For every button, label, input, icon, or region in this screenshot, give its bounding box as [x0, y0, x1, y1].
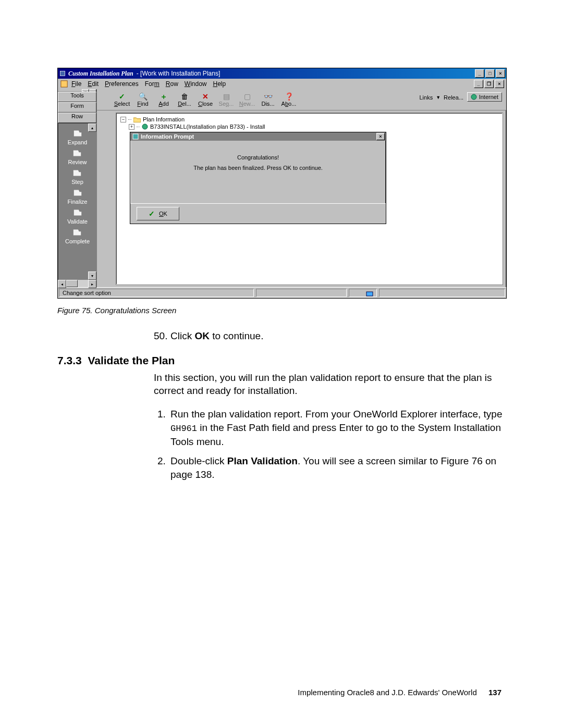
mdi-restore-button[interactable]: ❐	[484, 80, 494, 88]
sidebar-form-button[interactable]: Form	[58, 102, 96, 113]
step-icon	[71, 168, 83, 178]
expand-icon[interactable]: +	[129, 124, 134, 130]
dialog-title: Information Prompt	[141, 133, 194, 140]
tool-add[interactable]: ＋Add	[153, 92, 174, 107]
maximize-button[interactable]: □	[485, 69, 495, 78]
main-panel: ✓Select 🔍Find ＋Add 🗑Del... ✕Close ▤Seq..…	[97, 89, 506, 287]
sidebar-step[interactable]: Step	[71, 168, 83, 185]
dialog-titlebar: Information Prompt ×	[130, 132, 386, 141]
tree-child-label: B733INSTALL(Installation plan B733) - In…	[150, 124, 265, 130]
doc-icon	[60, 80, 68, 88]
sidebar-row-button[interactable]: Row	[58, 113, 96, 123]
dialog-close-button[interactable]: ×	[376, 133, 385, 140]
menu-row[interactable]: Row	[166, 80, 178, 88]
svg-rect-1	[61, 81, 67, 87]
list-item: Double-click Plan Validation. You will s…	[168, 454, 506, 481]
titlebar: Custom Installation Plan - [Work with In…	[58, 68, 506, 79]
hscroll-left-icon[interactable]: ◂	[58, 280, 66, 288]
check-icon: ✓	[112, 92, 132, 101]
status-text: Change sort option	[59, 289, 254, 297]
sidebar-complete[interactable]: Complete	[65, 228, 90, 244]
status-cell-3	[349, 289, 377, 297]
status-cell-2	[256, 289, 347, 297]
dialog-content: Congratulations! The plan has been final…	[130, 141, 386, 203]
minimize-button[interactable]: _	[475, 69, 484, 78]
status-icon	[366, 290, 373, 297]
tool-find[interactable]: 🔍Find	[132, 92, 153, 107]
svg-rect-0	[60, 71, 65, 76]
menu-file[interactable]: File	[71, 80, 81, 88]
app-icon	[59, 70, 66, 77]
info-prompt-dialog: Information Prompt × Congratulations! Th…	[130, 132, 386, 224]
svg-point-3	[142, 124, 148, 129]
section-heading: 7.3.3 Validate the Plan	[57, 354, 506, 367]
finalize-icon	[72, 188, 83, 198]
mdi-minimize-button[interactable]: _	[474, 80, 483, 88]
links-label: Links	[419, 94, 433, 101]
close-button[interactable]: ×	[496, 69, 505, 78]
figure-caption: Figure 75. Congratulations Screen	[57, 306, 506, 315]
folder-icon	[133, 117, 141, 122]
complete-icon	[71, 228, 83, 237]
internet-button[interactable]: Internet	[467, 92, 502, 102]
mdi-close-button[interactable]: ×	[495, 80, 504, 88]
step-number: 50.	[154, 329, 170, 343]
links-group: Links ▼ Relea...	[419, 94, 463, 101]
sidebar-hscroll[interactable]: ◂ ▸	[58, 280, 96, 287]
x-icon: ✕	[195, 92, 216, 101]
menu-preferences[interactable]: Preferences	[105, 80, 139, 88]
sidebar-finalize[interactable]: Finalize	[68, 188, 88, 205]
menu-form[interactable]: Form	[145, 80, 160, 88]
tree-root-label: Plan Information	[143, 116, 185, 122]
menu-edit[interactable]: Edit	[88, 80, 99, 88]
step-50: 50.Click OK to continue.	[154, 329, 506, 343]
find-icon: 🔍	[132, 92, 153, 101]
tree-root-row[interactable]: − Plan Information	[120, 116, 498, 122]
sidebar: ▾ × Tools Form Row ▴ Expand Review Step	[58, 89, 97, 287]
dialog-icon	[132, 133, 139, 140]
sidebar-actions: ▴ Expand Review Step Finalize	[58, 123, 96, 280]
menubar: File Edit Preferences Form Row Window He…	[58, 79, 506, 89]
collapse-icon[interactable]: −	[120, 117, 126, 122]
sidebar-validate[interactable]: Validate	[67, 208, 88, 225]
svg-rect-5	[366, 292, 373, 296]
plus-icon: ＋	[153, 92, 174, 101]
status-cell-4	[379, 289, 505, 297]
app-title: Custom Installation Plan	[68, 70, 133, 78]
seq-icon: ▤	[216, 92, 237, 101]
hscroll-right-icon[interactable]: ▸	[88, 280, 96, 288]
tool-select[interactable]: ✓Select	[112, 92, 132, 107]
globe-icon	[142, 124, 148, 130]
tree-child-row[interactable]: + B733INSTALL(Installation plan B733) - …	[129, 124, 498, 130]
dialog-line2: The plan has been finalized. Press OK to…	[141, 165, 375, 171]
tool-dis[interactable]: 👓Dis...	[258, 92, 278, 107]
toolbar: ✓Select 🔍Find ＋Add 🗑Del... ✕Close ▤Seq..…	[97, 89, 506, 110]
svg-point-2	[471, 94, 476, 100]
svg-rect-4	[133, 134, 138, 139]
section-intro: In this section, you will run the plan v…	[154, 371, 506, 398]
ok-button[interactable]: ✓ OK	[137, 207, 179, 220]
menu-window[interactable]: Window	[185, 80, 207, 88]
app-window: Custom Installation Plan - [Work with In…	[57, 68, 507, 299]
internet-icon	[471, 94, 477, 100]
dis-icon: 👓	[258, 92, 278, 101]
sidebar-tools-button[interactable]: Tools	[58, 92, 96, 102]
tool-abo[interactable]: ❓Abo...	[278, 92, 299, 107]
tool-del[interactable]: 🗑Del...	[174, 92, 195, 107]
list-item: Run the plan validation report. From you…	[168, 408, 506, 448]
menu-help[interactable]: Help	[213, 80, 226, 88]
tool-seq: ▤Seq...	[216, 92, 237, 107]
sidebar-scroll-up[interactable]: ▴	[88, 124, 96, 132]
trash-icon: 🗑	[174, 92, 195, 101]
links-relea[interactable]: Relea...	[444, 94, 463, 101]
tool-close[interactable]: ✕Close	[195, 92, 216, 107]
expand-icon	[72, 129, 83, 138]
help-icon: ❓	[278, 92, 299, 101]
sidebar-scroll-down[interactable]: ▾	[88, 272, 96, 280]
sidebar-expand[interactable]: Expand	[68, 129, 87, 145]
new-icon: ▢	[237, 92, 258, 101]
chevron-down-icon[interactable]: ▼	[436, 95, 440, 100]
sidebar-review[interactable]: Review	[68, 149, 87, 165]
tree-view: − Plan Information + B733INSTALL(Install…	[116, 113, 503, 285]
statusbar: Change sort option	[58, 287, 506, 298]
